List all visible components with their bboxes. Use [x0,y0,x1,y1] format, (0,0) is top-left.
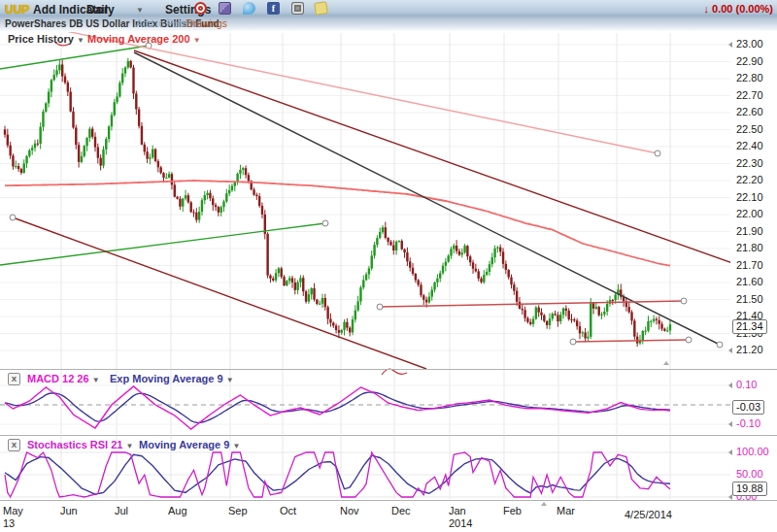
y-axis-label: 22.60 [736,106,763,117]
sticky-note-icon[interactable] [314,1,328,16]
stoch-ma-dropdown[interactable]: Moving Average 9 ▼ [139,439,240,450]
trendline-handle[interactable] [377,304,383,310]
trendline-handle[interactable] [570,339,576,345]
axis-marker-icon [728,382,732,388]
axis-marker-icon [728,42,732,48]
stoch-dropdown[interactable]: Stochastics RSI 21 ▼ [27,439,133,450]
x-axis-label: Aug [168,505,187,516]
trendline-handle[interactable] [10,215,16,220]
toolbar: UUP Add Indicator Daily ▼ Settings f ↓ 0… [0,0,777,31]
x-axis-label: Jan [449,505,466,516]
y-axis-label: 22.10 [736,191,763,203]
y-axis-label: 22.50 [736,123,763,135]
stoch-k-line[interactable] [5,452,670,497]
price-change-label: ↓ 0.00 (0.00%) [703,3,773,15]
price-history-caret-icon[interactable]: ▼ [77,36,84,45]
trendline-handle[interactable] [717,342,723,348]
macd-value-box: -0.03 [732,400,764,415]
trendline-downtrend-line-upper[interactable] [134,50,735,264]
trendline-handle[interactable] [655,150,660,156]
x-axis-label: Jul [115,505,128,516]
x-axis-label: May [3,505,23,516]
y-axis-label: 21.60 [736,276,763,287]
trendline-downtrend-line-main[interactable] [134,52,720,345]
y-axis-label: 22.20 [736,174,763,185]
y-axis-label: 22.90 [736,55,763,67]
trading-app-window: { "ui": {"caret": "▼", "close_glyph": "X… [0,0,777,532]
trendline-handle[interactable] [686,337,692,343]
axis-marker-icon [728,421,732,427]
interval-select[interactable]: Daily [86,3,115,17]
macd-signal-line[interactable] [5,392,670,422]
y-axis-label: 23.00 [736,38,763,50]
interval-caret-icon[interactable]: ▼ [136,6,144,15]
current-price-box: 21.34 [732,319,767,334]
trendline-resistance-line[interactable] [380,301,684,307]
ma200-caret-icon[interactable]: ▼ [193,36,201,45]
y-axis-label: 21.50 [736,293,763,305]
stoch-close-button[interactable]: X [8,439,20,451]
y-axis-label: 21.20 [736,344,763,355]
stoch-caret-icon[interactable]: ▼ [126,442,134,450]
y-axis-label: 22.00 [736,208,763,219]
trendlines[interactable] [0,17,735,369]
trendline-rising-line-upper[interactable] [0,46,149,69]
facebook-icon[interactable]: f [267,2,280,15]
candlestick-series[interactable] [4,58,671,347]
stoch-ma-caret-icon[interactable]: ▼ [232,442,240,450]
y-axis-label: 21.90 [736,225,763,237]
stoch-axis-label: 50.00 [736,468,763,480]
marker-icon [541,502,547,506]
cube-icon[interactable] [219,2,231,15]
ma200-line[interactable] [5,181,670,266]
trendline-falling-channel-line[interactable] [13,217,426,369]
y-axis-label: 21.70 [736,259,763,271]
macd-axis-label: -0.10 [736,417,760,429]
x-axis-sublabel: 13 [3,517,15,529]
camera-icon[interactable] [291,2,304,15]
trendline-handle[interactable] [681,298,687,304]
x-axis-sublabel: 2014 [449,517,472,529]
axis-marker-icon [728,348,732,353]
twitter-icon[interactable] [243,2,255,15]
drawings-button[interactable]: Drawings [186,18,227,29]
y-axis-label: 21.80 [736,242,763,253]
stoch-ma-line[interactable] [5,454,670,494]
x-axis-label: Jun [60,505,78,516]
macd-close-button[interactable]: X [8,373,20,385]
macd-dropdown[interactable]: MACD 12 26 ▼ [27,373,100,384]
main-grid [0,33,730,369]
price-history-dropdown[interactable]: Price History ▼ [8,33,84,45]
y-axis-label: 22.40 [736,140,763,151]
x-axis-label: Oct [280,505,296,516]
down-arrow-icon: ↓ [703,3,709,15]
stoch-axis-label: 100.00 [736,446,769,457]
y-axis-label: 22.70 [736,89,763,101]
y-axis-label: 22.30 [736,157,763,169]
ma200-dropdown[interactable]: Moving Average 200 ▼ [87,33,201,45]
axis-marker-icon [728,449,732,455]
macd-line[interactable] [5,386,670,429]
y-axis-label: 22.80 [736,72,763,83]
macd-signal-dropdown[interactable]: Exp Moving Average 9 ▼ [110,373,234,384]
macd-caret-icon[interactable]: ▼ [92,376,100,384]
trendline-rising-support-line[interactable] [0,223,325,265]
last-date-label: 4/25/2014 [625,509,672,520]
clock-icon[interactable] [194,2,207,15]
x-axis-label: Mar [557,505,575,516]
chart-canvas[interactable] [0,0,777,532]
macd-signal-caret-icon[interactable]: ▼ [226,376,234,384]
x-axis-label: Dec [391,505,411,516]
pen-scribble [382,369,407,375]
x-axis-label: Nov [340,505,359,516]
x-axis-label: Feb [503,505,522,516]
stoch-value-box: 19.88 [732,482,767,496]
trendline-support-line[interactable] [573,340,689,342]
macd-axis-label: 0.10 [736,379,757,390]
marker-icon [663,361,669,365]
x-axis-label: Sep [228,505,248,516]
symbol-label: UUP [5,3,29,17]
trendline-handle[interactable] [322,220,328,226]
